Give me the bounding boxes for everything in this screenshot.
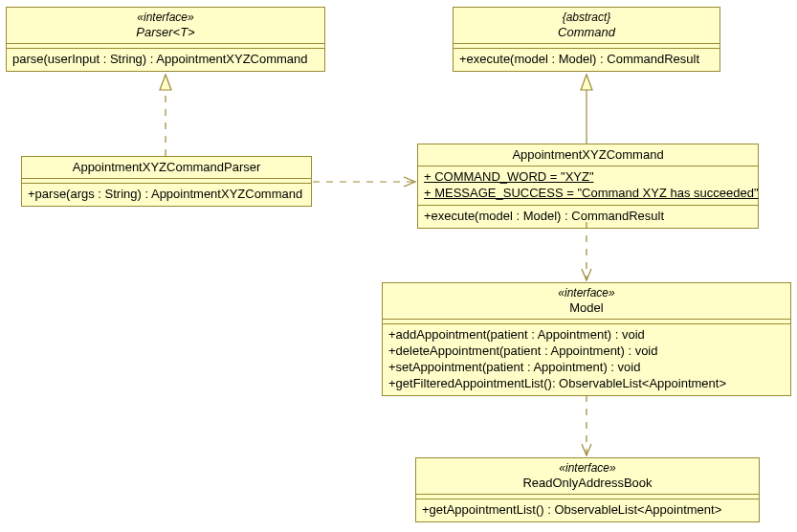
cmdparser-name: AppointmentXYZCommandParser — [28, 160, 305, 175]
model-op1: +addAppointment(patient : Appointment) :… — [388, 327, 785, 344]
roab-op: +getAppointmentList() : ObservableList<A… — [422, 502, 753, 519]
class-apptcmd: AppointmentXYZCommand + COMMAND_WORD = "… — [417, 144, 759, 229]
roab-stereotype: «interface» — [422, 461, 753, 476]
command-name: Command — [459, 25, 714, 40]
apptcmd-attr1: + COMMAND_WORD = "XYZ" — [424, 169, 752, 186]
model-stereotype: «interface» — [388, 286, 785, 300]
parser-op: parse(userInput : String) : AppointmentX… — [12, 52, 319, 68]
class-cmdparser: AppointmentXYZCommandParser +parse(args … — [21, 156, 312, 207]
apptcmd-op: +execute(model : Model) : CommandResult — [424, 209, 752, 225]
model-op3: +setAppointment(patient : Appointment) :… — [388, 360, 785, 376]
cmdparser-op: +parse(args : String) : AppointmentXYZCo… — [28, 187, 305, 203]
connectors — [0, 0, 797, 532]
class-parser: «interface» Parser<T> parse(userInput : … — [6, 7, 325, 72]
roab-name: ReadOnlyAddressBook — [422, 476, 753, 491]
parser-stereotype: «interface» — [12, 11, 319, 25]
class-command: {abstract} Command +execute(model : Mode… — [453, 7, 720, 72]
class-model: «interface» Model +addAppointment(patien… — [382, 282, 791, 396]
class-roab: «interface» ReadOnlyAddressBook +getAppo… — [415, 457, 760, 522]
command-stereotype: {abstract} — [459, 11, 714, 25]
model-name: Model — [388, 300, 785, 316]
apptcmd-name: AppointmentXYZCommand — [424, 147, 752, 163]
command-op: +execute(model : Model) : CommandResult — [459, 52, 714, 68]
model-op4: +getFilteredAppointmentList(): Observabl… — [388, 376, 785, 392]
parser-name: Parser<T> — [12, 25, 319, 40]
apptcmd-attr2: + MESSAGE_SUCCESS = "Command XYZ has suc… — [424, 186, 752, 202]
model-op2: +deleteAppointment(patient : Appointment… — [388, 344, 785, 360]
